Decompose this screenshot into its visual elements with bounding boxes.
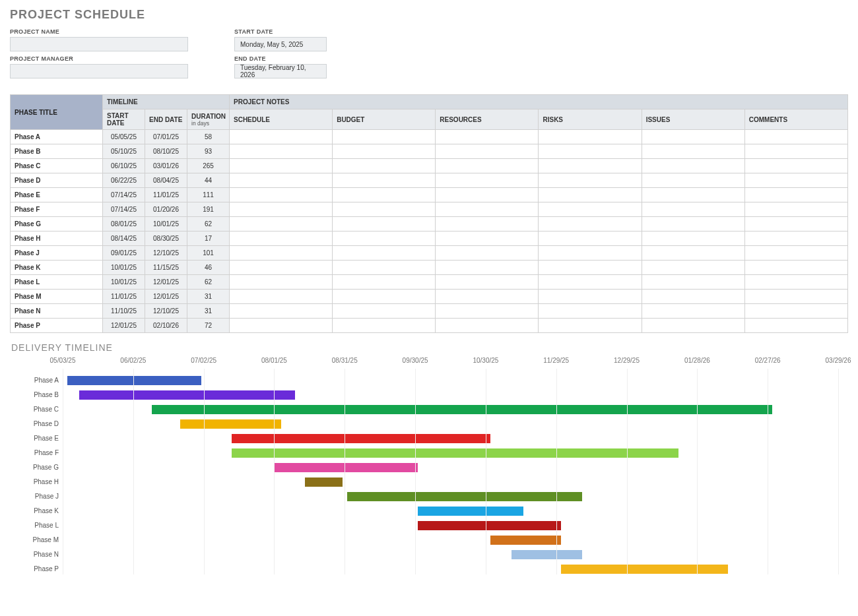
end-cell[interactable]: 03/01/26 bbox=[145, 159, 187, 173]
risks-cell[interactable] bbox=[539, 173, 642, 188]
gantt-bar[interactable] bbox=[67, 376, 201, 385]
end-cell[interactable]: 12/10/25 bbox=[145, 246, 187, 261]
table-row[interactable]: Phase G08/01/2510/01/2562 bbox=[11, 217, 848, 231]
project-manager-input[interactable] bbox=[10, 64, 188, 78]
comments-cell[interactable] bbox=[744, 217, 847, 231]
schedule-cell[interactable] bbox=[230, 261, 333, 275]
schedule-cell[interactable] bbox=[230, 275, 333, 290]
resources-cell[interactable] bbox=[436, 173, 539, 188]
comments-cell[interactable] bbox=[744, 159, 847, 173]
table-row[interactable]: Phase E07/14/2511/01/25111 bbox=[11, 188, 848, 202]
risks-cell[interactable] bbox=[539, 319, 642, 333]
schedule-cell[interactable] bbox=[230, 319, 333, 333]
gantt-bar[interactable] bbox=[418, 507, 523, 516]
resources-cell[interactable] bbox=[436, 202, 539, 217]
start-cell[interactable]: 10/01/25 bbox=[103, 275, 145, 290]
table-row[interactable]: Phase H08/14/2508/30/2517 bbox=[11, 231, 848, 246]
schedule-cell[interactable] bbox=[230, 246, 333, 261]
budget-cell[interactable] bbox=[333, 144, 436, 159]
resources-cell[interactable] bbox=[436, 130, 539, 144]
budget-cell[interactable] bbox=[333, 261, 436, 275]
schedule-cell[interactable] bbox=[230, 231, 333, 246]
budget-cell[interactable] bbox=[333, 173, 436, 188]
start-cell[interactable]: 10/01/25 bbox=[103, 261, 145, 275]
gantt-bar[interactable] bbox=[512, 550, 582, 559]
issues-cell[interactable] bbox=[642, 290, 744, 304]
end-cell[interactable]: 12/01/25 bbox=[145, 290, 187, 304]
schedule-cell[interactable] bbox=[230, 202, 333, 217]
resources-cell[interactable] bbox=[436, 159, 539, 173]
end-cell[interactable]: 08/10/25 bbox=[145, 144, 187, 159]
start-cell[interactable]: 09/01/25 bbox=[103, 246, 145, 261]
end-cell[interactable]: 11/15/25 bbox=[145, 261, 187, 275]
comments-cell[interactable] bbox=[744, 188, 847, 202]
start-cell[interactable]: 11/10/25 bbox=[103, 304, 145, 319]
issues-cell[interactable] bbox=[642, 188, 744, 202]
budget-cell[interactable] bbox=[333, 275, 436, 290]
schedule-cell[interactable] bbox=[230, 159, 333, 173]
start-cell[interactable]: 11/01/25 bbox=[103, 290, 145, 304]
issues-cell[interactable] bbox=[642, 130, 744, 144]
risks-cell[interactable] bbox=[539, 261, 642, 275]
gantt-bar[interactable] bbox=[232, 448, 678, 458]
start-cell[interactable]: 06/22/25 bbox=[103, 173, 145, 188]
budget-cell[interactable] bbox=[333, 231, 436, 246]
schedule-cell[interactable] bbox=[230, 130, 333, 144]
table-row[interactable]: Phase K10/01/2511/15/2546 bbox=[11, 261, 848, 275]
risks-cell[interactable] bbox=[539, 202, 642, 217]
end-cell[interactable]: 12/01/25 bbox=[145, 275, 187, 290]
resources-cell[interactable] bbox=[436, 304, 539, 319]
issues-cell[interactable] bbox=[642, 304, 744, 319]
comments-cell[interactable] bbox=[744, 144, 847, 159]
schedule-cell[interactable] bbox=[230, 188, 333, 202]
comments-cell[interactable] bbox=[744, 319, 847, 333]
risks-cell[interactable] bbox=[539, 217, 642, 231]
resources-cell[interactable] bbox=[436, 231, 539, 246]
table-row[interactable]: Phase P12/01/2502/10/2672 bbox=[11, 319, 848, 333]
comments-cell[interactable] bbox=[744, 304, 847, 319]
project-name-input[interactable] bbox=[10, 37, 188, 51]
start-cell[interactable]: 05/10/25 bbox=[103, 144, 145, 159]
gantt-bar[interactable] bbox=[79, 390, 296, 400]
schedule-cell[interactable] bbox=[230, 290, 333, 304]
issues-cell[interactable] bbox=[642, 144, 744, 159]
risks-cell[interactable] bbox=[539, 275, 642, 290]
schedule-cell[interactable] bbox=[230, 304, 333, 319]
risks-cell[interactable] bbox=[539, 290, 642, 304]
comments-cell[interactable] bbox=[744, 246, 847, 261]
end-cell[interactable]: 12/10/25 bbox=[145, 304, 187, 319]
risks-cell[interactable] bbox=[539, 130, 642, 144]
start-cell[interactable]: 07/14/25 bbox=[103, 188, 145, 202]
schedule-cell[interactable] bbox=[230, 144, 333, 159]
schedule-cell[interactable] bbox=[230, 217, 333, 231]
issues-cell[interactable] bbox=[642, 217, 744, 231]
risks-cell[interactable] bbox=[539, 188, 642, 202]
resources-cell[interactable] bbox=[436, 188, 539, 202]
budget-cell[interactable] bbox=[333, 304, 436, 319]
risks-cell[interactable] bbox=[539, 144, 642, 159]
resources-cell[interactable] bbox=[436, 290, 539, 304]
gantt-bar[interactable] bbox=[347, 492, 582, 501]
start-cell[interactable]: 05/05/25 bbox=[103, 130, 145, 144]
end-cell[interactable]: 02/10/26 bbox=[145, 319, 187, 333]
gantt-bar[interactable] bbox=[152, 405, 772, 414]
table-row[interactable]: Phase B05/10/2508/10/2593 bbox=[11, 144, 848, 159]
comments-cell[interactable] bbox=[744, 202, 847, 217]
comments-cell[interactable] bbox=[744, 130, 847, 144]
resources-cell[interactable] bbox=[436, 246, 539, 261]
resources-cell[interactable] bbox=[436, 261, 539, 275]
issues-cell[interactable] bbox=[642, 202, 744, 217]
comments-cell[interactable] bbox=[744, 275, 847, 290]
end-cell[interactable]: 08/30/25 bbox=[145, 231, 187, 246]
budget-cell[interactable] bbox=[333, 202, 436, 217]
table-row[interactable]: Phase M11/01/2512/01/2531 bbox=[11, 290, 848, 304]
issues-cell[interactable] bbox=[642, 246, 744, 261]
issues-cell[interactable] bbox=[642, 159, 744, 173]
budget-cell[interactable] bbox=[333, 319, 436, 333]
comments-cell[interactable] bbox=[744, 231, 847, 246]
table-row[interactable]: Phase N11/10/2512/10/2531 bbox=[11, 304, 848, 319]
comments-cell[interactable] bbox=[744, 290, 847, 304]
resources-cell[interactable] bbox=[436, 217, 539, 231]
issues-cell[interactable] bbox=[642, 231, 744, 246]
end-cell[interactable]: 01/20/26 bbox=[145, 202, 187, 217]
